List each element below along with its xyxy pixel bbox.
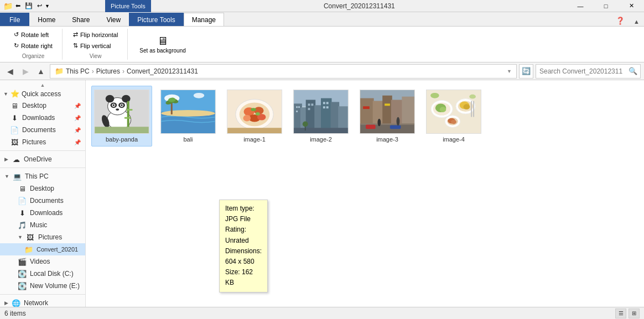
tab-picture-tools[interactable]: Picture Tools bbox=[129, 13, 183, 26]
sidebar-label-new-volume: New Volume (E:) bbox=[30, 282, 80, 290]
file-item-bali[interactable]: bali bbox=[158, 86, 219, 147]
sidebar-item-onedrive[interactable]: ▶ ☁ OneDrive bbox=[0, 153, 85, 165]
sidebar-item-local-disk[interactable]: 💽 Local Disk (C:) bbox=[0, 268, 85, 280]
ribbon-commands: ↺ Rotate left ↻ Rotate right Organize ⇄ … bbox=[0, 27, 644, 62]
quick-access-dropdown[interactable]: ▼ bbox=[45, 3, 50, 9]
sidebar-label-onedrive: OneDrive bbox=[24, 155, 52, 163]
view-toggle-icons[interactable]: ⊞ bbox=[629, 308, 640, 318]
thumbnail-bali bbox=[160, 90, 216, 134]
background-icon: 🖥 bbox=[157, 35, 168, 48]
svg-point-36 bbox=[256, 112, 260, 116]
sidebar-item-thispc[interactable]: ▼ 💻 This PC bbox=[0, 170, 85, 182]
file-item-image-3[interactable]: image-3 bbox=[357, 86, 418, 147]
sidebar-item-downloads-qa[interactable]: ⬇ Downloads 📌 bbox=[0, 112, 85, 124]
pin-icon-desktop: 📌 bbox=[74, 103, 81, 109]
sidebar-item-downloads-pc[interactable]: ⬇ Downloads bbox=[0, 207, 85, 219]
file-item-image-2[interactable]: image-2 bbox=[290, 86, 351, 147]
ribbon: File Home Share View Picture Tools Manag… bbox=[0, 12, 644, 62]
svg-rect-50 bbox=[308, 103, 310, 106]
quick-access-btn2[interactable]: 💾 bbox=[23, 2, 34, 10]
svg-rect-47 bbox=[296, 106, 298, 108]
search-input[interactable] bbox=[536, 65, 626, 78]
thumbnail-baby-panda bbox=[94, 90, 149, 134]
sidebar-item-pictures-qa[interactable]: 🖼 Pictures 📌 bbox=[0, 136, 85, 148]
thumbnail-image-4 bbox=[426, 90, 481, 134]
tab-home[interactable]: Home bbox=[29, 13, 64, 26]
downloads-icon-qa: ⬇ bbox=[10, 113, 19, 122]
local-disk-icon: 💽 bbox=[18, 269, 27, 278]
up-button[interactable]: ▲ bbox=[34, 65, 48, 78]
sidebar-label-thispc: This PC bbox=[25, 172, 49, 180]
path-segment-pictures[interactable]: Pictures bbox=[96, 67, 120, 75]
image3-svg bbox=[360, 90, 414, 133]
file-item-image-4[interactable]: image-4 bbox=[423, 86, 484, 147]
documents-icon-pc: 📄 bbox=[18, 196, 27, 205]
pin-icon-documents: 📌 bbox=[74, 127, 81, 133]
sidebar-item-desktop-qa[interactable]: 🖥 Desktop 📌 bbox=[0, 100, 85, 112]
network-chevron: ▶ bbox=[4, 300, 8, 306]
thumbnail-image-1 bbox=[227, 90, 282, 134]
flip-horizontal-button[interactable]: ⇄ Flip horizontal bbox=[69, 29, 122, 40]
tab-manage[interactable]: Manage bbox=[184, 13, 224, 26]
sidebar-item-convert-folder[interactable]: 📁 Convert_20201 bbox=[0, 243, 85, 255]
svg-rect-48 bbox=[298, 106, 300, 108]
sidebar-item-pictures-pc[interactable]: ▼ 🖼 Pictures bbox=[0, 231, 85, 243]
svg-rect-71 bbox=[366, 124, 376, 129]
file-item-baby-panda[interactable]: baby-panda Item type: JPG File Rating: U… bbox=[91, 86, 152, 147]
view-toggle-details[interactable]: ☰ bbox=[615, 308, 626, 318]
tab-view[interactable]: View bbox=[98, 13, 129, 26]
tab-file[interactable]: File bbox=[0, 13, 29, 26]
file-name-image-4: image-4 bbox=[443, 136, 465, 143]
quick-access-chevron[interactable]: ▼ bbox=[3, 91, 8, 97]
ribbon-collapse-btn[interactable]: ▲ bbox=[629, 17, 644, 26]
address-path[interactable]: 📁 This PC › Pictures › Convert_202012311… bbox=[50, 64, 517, 79]
image1-svg bbox=[227, 90, 282, 133]
search-box: 🔍 bbox=[536, 64, 641, 79]
maximize-button[interactable]: □ bbox=[593, 0, 619, 12]
sidebar-item-videos-pc[interactable]: 🎬 Videos bbox=[0, 255, 85, 268]
sidebar-item-music-pc[interactable]: 🎵 Music bbox=[0, 219, 85, 231]
set-as-background-button[interactable]: 🖥 Set as background bbox=[134, 33, 190, 55]
tab-share[interactable]: Share bbox=[64, 13, 98, 26]
svg-rect-90 bbox=[473, 101, 474, 117]
flip-h-icon: ⇄ bbox=[73, 31, 78, 38]
path-segment-folder[interactable]: Convert_202012311431 bbox=[127, 67, 198, 75]
sidebar-label-convert: Convert_20201 bbox=[37, 246, 78, 253]
svg-point-20 bbox=[194, 93, 205, 98]
sidebar-item-desktop-pc[interactable]: 🖥 Desktop bbox=[0, 182, 85, 195]
refresh-button[interactable]: 🔄 bbox=[519, 64, 533, 79]
flip-vertical-button[interactable]: ⇅ Flip vertical bbox=[69, 40, 122, 51]
forward-button[interactable]: ▶ bbox=[19, 65, 32, 78]
onedrive-icon: ☁ bbox=[12, 155, 20, 164]
path-dropdown-arrow[interactable]: ▼ bbox=[507, 69, 512, 74]
quick-access-btn3[interactable]: ↩ bbox=[35, 2, 44, 10]
file-item-image-1[interactable]: image-1 bbox=[224, 86, 285, 147]
close-button[interactable]: ✕ bbox=[619, 0, 644, 12]
rotate-right-button[interactable]: ↻ Rotate right bbox=[10, 40, 56, 51]
svg-rect-52 bbox=[308, 108, 310, 110]
item-count: 6 items bbox=[4, 310, 26, 317]
svg-rect-53 bbox=[323, 102, 325, 104]
search-icon-button[interactable]: 🔍 bbox=[626, 65, 640, 78]
sidebar-item-documents-pc[interactable]: 📄 Documents bbox=[0, 195, 85, 207]
sidebar-item-documents-qa[interactable]: 📄 Documents 📌 bbox=[0, 124, 85, 136]
rotate-left-button[interactable]: ↺ Rotate left bbox=[10, 29, 56, 40]
downloads-icon-pc: ⬇ bbox=[18, 208, 27, 217]
svg-rect-68 bbox=[385, 103, 390, 106]
sidebar-label-videos-pc: Videos bbox=[30, 258, 50, 265]
path-segment-thispc[interactable]: This PC bbox=[66, 67, 90, 75]
svg-point-22 bbox=[161, 110, 215, 117]
sidebar-label-desktop-qa: Desktop bbox=[22, 102, 46, 109]
scroll-up-arrow[interactable]: ▲ bbox=[0, 82, 85, 88]
svg-point-11 bbox=[116, 108, 119, 111]
svg-rect-14 bbox=[126, 109, 133, 111]
rotate-left-icon: ↺ bbox=[14, 31, 19, 38]
status-bar-right: ☰ ⊞ bbox=[615, 308, 640, 318]
minimize-button[interactable]: — bbox=[568, 0, 593, 12]
svg-point-88 bbox=[451, 120, 456, 124]
help-btn[interactable]: ❓ bbox=[611, 15, 629, 26]
back-button[interactable]: ◀ bbox=[3, 65, 17, 78]
quick-access-label[interactable]: Quick access bbox=[22, 90, 61, 98]
quick-access-btn1[interactable]: ⬅ bbox=[14, 2, 22, 10]
sidebar-item-new-volume[interactable]: 💽 New Volume (E:) bbox=[0, 280, 85, 292]
